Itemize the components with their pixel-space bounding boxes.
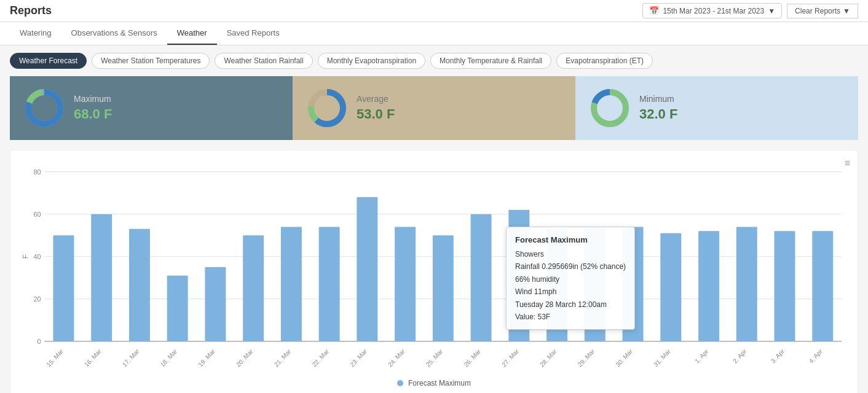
svg-rect-46 bbox=[546, 229, 567, 341]
chart-legend: Forecast Maximum bbox=[20, 379, 848, 387]
stat-card-average: Average 53.0 F bbox=[293, 76, 575, 140]
donut-average bbox=[307, 88, 347, 128]
donut-maximum bbox=[25, 88, 64, 128]
svg-text:24. Mar: 24. Mar bbox=[387, 348, 406, 368]
svg-rect-44 bbox=[508, 210, 529, 341]
svg-text:4. Apr: 4. Apr bbox=[808, 348, 824, 365]
svg-text:29. Mar: 29. Mar bbox=[577, 348, 596, 368]
svg-rect-52 bbox=[660, 233, 681, 341]
svg-rect-50 bbox=[623, 227, 644, 341]
date-picker-button[interactable]: 📅 15th Mar 2023 - 21st Mar 2023 ▼ bbox=[642, 3, 782, 18]
tab-weather[interactable]: Weather bbox=[167, 22, 217, 45]
svg-text:F: F bbox=[22, 254, 29, 259]
min-value: 32.0 F bbox=[639, 106, 677, 122]
chevron-down-icon: ▼ bbox=[768, 7, 775, 15]
svg-text:2. Apr: 2. Apr bbox=[732, 348, 748, 365]
legend-dot bbox=[397, 380, 403, 386]
svg-rect-24 bbox=[129, 229, 150, 341]
svg-text:17. Mar: 17. Mar bbox=[121, 348, 141, 368]
stat-cards: Maximum 68.0 F Average 53.0 F bbox=[10, 76, 858, 140]
svg-rect-56 bbox=[736, 227, 757, 341]
max-label: Maximum bbox=[74, 94, 112, 104]
svg-rect-28 bbox=[205, 267, 226, 341]
svg-rect-60 bbox=[812, 231, 833, 341]
svg-text:1. Apr: 1. Apr bbox=[694, 348, 710, 365]
svg-text:18. Mar: 18. Mar bbox=[159, 348, 179, 368]
svg-text:23. Mar: 23. Mar bbox=[349, 348, 369, 368]
tab-watering[interactable]: Watering bbox=[10, 22, 61, 45]
svg-text:80: 80 bbox=[34, 168, 41, 176]
clear-reports-label: Clear Reports bbox=[795, 7, 840, 15]
svg-rect-40 bbox=[433, 235, 454, 341]
chevron-down-icon-clear: ▼ bbox=[843, 7, 850, 15]
stat-card-minimum: Minimum 32.0 F bbox=[575, 76, 858, 140]
svg-text:20: 20 bbox=[34, 295, 41, 303]
top-bar: Reports 📅 15th Mar 2023 - 21st Mar 2023 … bbox=[0, 0, 868, 22]
svg-rect-54 bbox=[698, 231, 719, 341]
avg-label: Average bbox=[357, 94, 395, 104]
svg-text:15. Mar: 15. Mar bbox=[45, 348, 65, 368]
svg-text:20. Mar: 20. Mar bbox=[235, 348, 254, 368]
svg-rect-58 bbox=[775, 231, 795, 341]
filter-et[interactable]: Evapotranspiration (ET) bbox=[556, 53, 653, 69]
svg-rect-30 bbox=[243, 235, 264, 341]
max-value: 68.0 F bbox=[74, 106, 112, 122]
svg-text:16. Mar: 16. Mar bbox=[83, 348, 103, 368]
filter-station-temps[interactable]: Weather Station Temperatures bbox=[92, 53, 210, 69]
svg-text:28. Mar: 28. Mar bbox=[539, 348, 558, 368]
clear-reports-button[interactable]: Clear Reports ▼ bbox=[787, 4, 858, 18]
svg-text:26. Mar: 26. Mar bbox=[463, 348, 483, 368]
svg-text:31. Mar: 31. Mar bbox=[652, 348, 672, 368]
chart-area: 020406080F15. Mar16. Mar17. Mar18. Mar19… bbox=[20, 165, 848, 374]
svg-rect-34 bbox=[319, 227, 340, 341]
svg-text:60: 60 bbox=[34, 211, 41, 218]
svg-rect-36 bbox=[357, 197, 377, 341]
min-label: Minimum bbox=[639, 94, 677, 104]
avg-value: 53.0 F bbox=[357, 106, 395, 122]
svg-text:22. Mar: 22. Mar bbox=[311, 348, 331, 368]
svg-rect-42 bbox=[471, 214, 492, 341]
svg-text:30. Mar: 30. Mar bbox=[615, 348, 634, 368]
tab-observations[interactable]: Observations & Sensors bbox=[61, 22, 167, 45]
svg-rect-48 bbox=[585, 227, 606, 341]
stat-card-maximum: Maximum 68.0 F bbox=[10, 76, 293, 140]
filter-station-rainfall[interactable]: Weather Station Rainfall bbox=[215, 53, 312, 69]
tab-saved-reports[interactable]: Saved Reports bbox=[217, 22, 290, 45]
date-range-label: 15th Mar 2023 - 21st Mar 2023 bbox=[663, 7, 764, 15]
chart-container: ≡ 020406080F15. Mar16. Mar17. Mar18. Mar… bbox=[10, 150, 858, 393]
svg-text:25. Mar: 25. Mar bbox=[425, 348, 444, 368]
svg-text:3. Apr: 3. Apr bbox=[770, 348, 786, 365]
nav-tabs: Watering Observations & Sensors Weather … bbox=[0, 22, 868, 45]
filter-monthly-et[interactable]: Monthly Evapotranspiration bbox=[318, 53, 425, 69]
svg-rect-22 bbox=[91, 214, 112, 341]
svg-rect-38 bbox=[395, 227, 416, 341]
svg-rect-26 bbox=[167, 276, 188, 341]
main-content: Weather Forecast Weather Station Tempera… bbox=[0, 45, 868, 393]
svg-text:27. Mar: 27. Mar bbox=[501, 348, 521, 368]
filter-tabs: Weather Forecast Weather Station Tempera… bbox=[10, 53, 858, 69]
filter-weather-forecast[interactable]: Weather Forecast bbox=[10, 53, 87, 69]
svg-rect-32 bbox=[281, 227, 302, 341]
svg-text:0: 0 bbox=[37, 338, 41, 345]
page-title: Reports bbox=[10, 4, 52, 17]
donut-minimum bbox=[590, 88, 629, 128]
svg-rect-20 bbox=[53, 235, 74, 341]
legend-label: Forecast Maximum bbox=[408, 379, 471, 387]
svg-text:40: 40 bbox=[34, 253, 41, 260]
filter-monthly-temp-rainfall[interactable]: Monthly Temperature & Rainfall bbox=[430, 53, 551, 69]
svg-text:21. Mar: 21. Mar bbox=[273, 348, 293, 368]
calendar-icon: 📅 bbox=[649, 6, 659, 15]
svg-text:19. Mar: 19. Mar bbox=[197, 348, 217, 368]
